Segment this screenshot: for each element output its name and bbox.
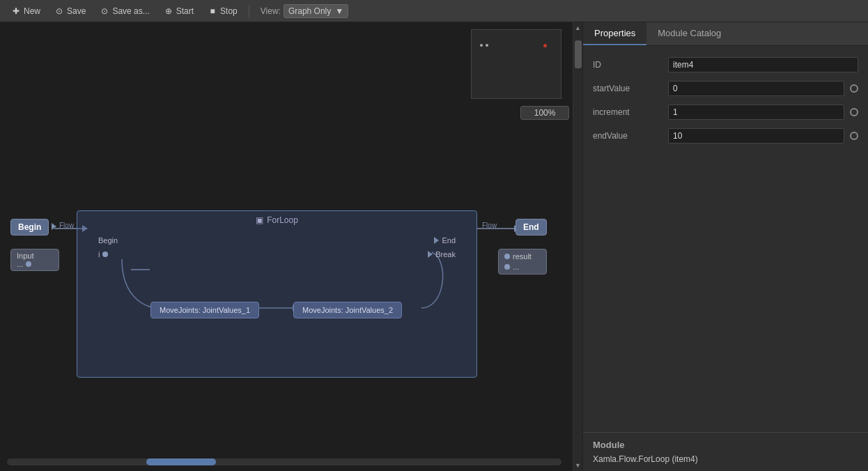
tab-properties-label: Properties bbox=[594, 28, 635, 38]
startvalue-port-circle bbox=[850, 84, 858, 93]
module-section-title: Module bbox=[593, 440, 858, 450]
endvalue-port-circle bbox=[850, 132, 858, 140]
canvas-area[interactable]: 100% ▼ bbox=[0, 22, 582, 471]
increment-port-circle bbox=[850, 108, 858, 116]
save-button[interactable]: ⊙ Save bbox=[49, 4, 91, 18]
new-button[interactable]: ✚ New bbox=[6, 4, 46, 18]
inner-end-label: End bbox=[442, 236, 456, 245]
property-startvalue-row: startValue bbox=[583, 77, 868, 100]
input-dots-row: ... bbox=[17, 260, 31, 268]
inner-end-port: End bbox=[434, 236, 456, 245]
tab-properties[interactable]: Properties bbox=[583, 22, 646, 45]
save-as-button[interactable]: ⊙ Save as... bbox=[94, 4, 155, 18]
end-node[interactable]: End bbox=[516, 219, 547, 235]
right-panel: Properties Module Catalog ID startValue … bbox=[582, 22, 868, 471]
panel-content: ID startValue increment endValue bbox=[583, 46, 868, 432]
vscrollbar-thumb[interactable] bbox=[575, 40, 582, 68]
vscrollbar-down-arrow[interactable]: ▼ bbox=[573, 460, 582, 471]
property-id-row: ID bbox=[583, 53, 868, 77]
stop-button[interactable]: ■ Stop bbox=[202, 4, 243, 18]
input-node[interactable]: Input ... bbox=[10, 249, 59, 271]
id-label: ID bbox=[593, 60, 662, 70]
save-label: Save bbox=[67, 6, 86, 16]
endvalue-input[interactable] bbox=[668, 128, 844, 144]
inner-break-label: Break bbox=[435, 250, 456, 258]
module-name: Xamla.Flow.ForLoop (item4) bbox=[593, 454, 858, 464]
movejoints2-node[interactable]: MoveJoints: JointValues_2 bbox=[293, 302, 402, 318]
new-label: New bbox=[24, 6, 40, 16]
property-endvalue-row: endValue bbox=[583, 124, 868, 148]
horizontal-scrollbar[interactable] bbox=[7, 458, 561, 465]
start-icon: ⊕ bbox=[164, 6, 173, 16]
inner-break-port: Break bbox=[428, 250, 456, 258]
output-port-dots bbox=[504, 264, 510, 270]
view-option-label: Graph Only bbox=[288, 6, 331, 16]
output-label-row: result bbox=[504, 252, 541, 261]
increment-label: increment bbox=[593, 107, 662, 117]
forloop-container[interactable]: ▣ ForLoop Begin i End Bre bbox=[77, 210, 477, 378]
startvalue-label: startValue bbox=[593, 84, 662, 93]
i-port-dot bbox=[102, 252, 108, 257]
toolbar: ✚ New ⊙ Save ⊙ Save as... ⊕ Start ■ Stop… bbox=[0, 0, 868, 22]
start-label: Start bbox=[176, 6, 194, 16]
flow-out-port bbox=[52, 223, 56, 230]
view-dropdown[interactable]: Graph Only ▼ bbox=[284, 4, 348, 18]
flow-label-begin: Flow bbox=[59, 222, 74, 229]
vertical-scrollbar: ▲ ▼ bbox=[573, 22, 582, 471]
input-label: Input bbox=[17, 252, 33, 260]
save-as-label: Save as... bbox=[112, 6, 149, 16]
movejoints1-label: MoveJoints: JointValues_1 bbox=[160, 306, 250, 314]
hscrollbar-thumb[interactable] bbox=[146, 458, 216, 465]
movejoints2-label: MoveJoints: JointValues_2 bbox=[302, 306, 393, 314]
begin-label: Begin bbox=[18, 222, 41, 232]
tab-module-catalog-label: Module Catalog bbox=[658, 28, 721, 38]
output-port-result bbox=[504, 254, 510, 259]
save-icon: ⊙ bbox=[54, 6, 64, 16]
output-node[interactable]: result ... bbox=[498, 249, 547, 275]
output-dots-row: ... bbox=[504, 263, 541, 271]
input-label-row: Input bbox=[17, 252, 33, 260]
begin-node[interactable]: Begin bbox=[10, 219, 49, 235]
i-port: i bbox=[98, 250, 108, 258]
property-increment-row: increment bbox=[583, 100, 868, 124]
tab-module-catalog[interactable]: Module Catalog bbox=[646, 22, 732, 45]
stop-label: Stop bbox=[220, 6, 238, 16]
graph-container: Begin Flow Input ... ▣ bbox=[0, 22, 573, 457]
startvalue-input[interactable] bbox=[668, 81, 844, 96]
output-dots-label: ... bbox=[513, 263, 519, 271]
vscrollbar-up-arrow[interactable]: ▲ bbox=[573, 22, 582, 33]
endvalue-label: endValue bbox=[593, 131, 662, 141]
input-port-dot bbox=[26, 261, 31, 267]
plus-icon: ✚ bbox=[11, 6, 21, 16]
main-area: 100% ▼ bbox=[0, 22, 868, 471]
module-section: Module Xamla.Flow.ForLoop (item4) bbox=[583, 432, 868, 471]
forloop-label: ForLoop bbox=[267, 215, 298, 225]
input-dots: ... bbox=[17, 260, 23, 268]
end-label: End bbox=[523, 222, 539, 232]
stop-icon: ■ bbox=[208, 6, 217, 16]
movejoints1-node[interactable]: MoveJoints: JointValues_1 bbox=[150, 302, 259, 318]
start-button[interactable]: ⊕ Start bbox=[158, 4, 199, 18]
dropdown-chevron-icon: ▼ bbox=[335, 6, 343, 16]
break-port-chevron bbox=[428, 251, 433, 258]
output-result-label: result bbox=[513, 252, 532, 261]
forloop-icon: ▣ bbox=[256, 215, 263, 225]
inner-begin-label: Begin bbox=[98, 236, 118, 245]
forloop-title: ▣ ForLoop bbox=[256, 215, 298, 225]
view-label: View: bbox=[261, 6, 281, 16]
id-input[interactable] bbox=[668, 57, 858, 72]
increment-input[interactable] bbox=[668, 105, 844, 120]
end-port-chevron bbox=[434, 237, 439, 244]
separator bbox=[249, 5, 249, 17]
save-as-icon: ⊙ bbox=[100, 6, 109, 16]
i-label: i bbox=[98, 250, 100, 258]
flow-label-end: Flow bbox=[482, 222, 497, 229]
panel-tabs: Properties Module Catalog bbox=[583, 22, 868, 46]
